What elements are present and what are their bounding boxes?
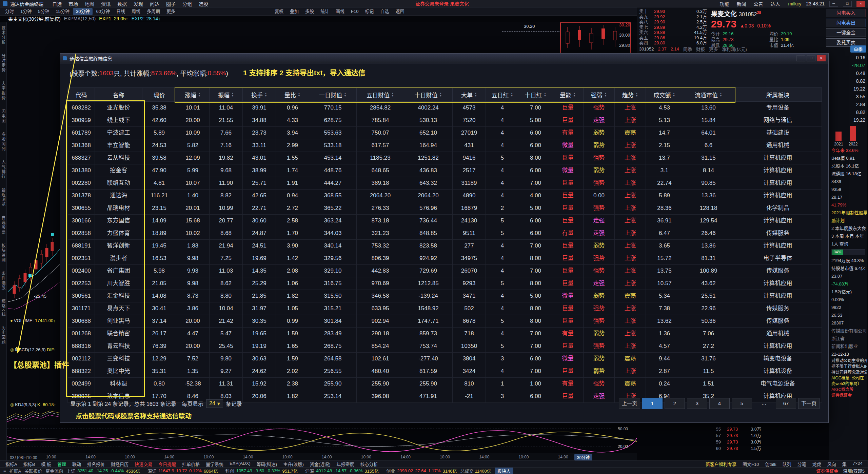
stock-code-cell[interactable]: 301380 <box>68 164 95 177</box>
stock-name-cell[interactable]: 力盛体育 <box>95 227 142 240</box>
dialog-minimize-button[interactable]: ─ <box>796 55 805 61</box>
page-button-5[interactable]: 5 <box>732 398 752 409</box>
stock-code-cell[interactable]: 002400 <box>68 265 95 277</box>
stock-code-cell[interactable]: 601789 <box>68 127 95 139</box>
闪电卖出-button[interactable]: 闪电卖出 <box>826 19 866 27</box>
tab-指标A[interactable]: 指标A <box>3 461 20 467</box>
column-header-十日财值[interactable]: 十日财值▲▼ <box>404 88 453 102</box>
stock-name-cell[interactable]: 易点天下 <box>95 302 142 315</box>
stock-code-cell[interactable]: 301171 <box>68 302 95 315</box>
sort-icon[interactable]: ▲▼ <box>573 92 576 97</box>
tool-返回[interactable]: 返回 <box>392 8 407 15</box>
quarter-button[interactable]: 单季 <box>850 45 866 53</box>
sort-icon[interactable]: ▲▼ <box>673 92 675 97</box>
tab-创talk[interactable]: 创talk <box>762 461 779 467</box>
status-扩展A[interactable]: 扩展A <box>9 468 21 474</box>
dialog-maximize-button[interactable]: □ <box>807 55 815 61</box>
sidebar-item-历史回顾[interactable]: 历史回顾 <box>0 325 6 344</box>
stock-name-cell[interactable]: 科林退 <box>95 378 142 390</box>
tool-多股[interactable]: 多股 <box>302 8 317 15</box>
sidebar-item-技术分析[interactable]: 技术分析 <box>0 26 6 45</box>
period-5分钟[interactable]: 5分钟 <box>35 8 52 15</box>
column-header-量能[interactable]: 量能▲▼ <box>552 88 584 102</box>
sort-icon[interactable]: ▲▼ <box>635 92 638 97</box>
period-1分钟[interactable]: 1分钟 <box>17 8 35 15</box>
menu-item-数据[interactable]: 数据 <box>114 0 130 7</box>
sidebar-item-闪电图[interactable]: 闪电图 <box>0 109 6 123</box>
stock-name-cell[interactable]: 亚光股份 <box>95 102 142 114</box>
period-多周期[interactable]: 多周期 <box>144 8 163 15</box>
sort-icon[interactable]: ▲▼ <box>474 92 477 97</box>
tool-复权[interactable]: 复权 <box>272 8 287 15</box>
menu-item-发现[interactable]: 发现 <box>130 0 146 7</box>
menu-item-新闻[interactable]: 新闻 <box>733 0 750 7</box>
sidebar-item-分时走势[interactable]: 分时走势 <box>0 54 6 73</box>
stock-name-cell[interactable]: 川大智胜 <box>95 277 142 290</box>
tool-画线[interactable]: 画线 <box>333 8 348 15</box>
stock-code-cell[interactable]: 688327 <box>68 152 95 164</box>
stock-code-cell[interactable]: 688191 <box>68 240 95 252</box>
minimize-button[interactable]: ─ <box>829 1 838 7</box>
stock-name-cell[interactable]: 通达海 <box>95 190 142 202</box>
tab-核心分析[interactable]: 核心分析 <box>358 461 381 467</box>
stock-name-cell[interactable]: 晶瑞电材 <box>95 202 142 215</box>
page-button-2[interactable]: 2 <box>665 398 685 409</box>
menu-item-功能[interactable]: 功能 <box>716 0 733 7</box>
stock-name-cell[interactable]: 联络互动 <box>95 177 142 190</box>
dialog-titlebar[interactable]: 通达信金融终端信息 ─ □ × <box>60 54 828 63</box>
index-创业[interactable]: 创业2398.0227.641.17%3146亿 <box>386 468 457 474</box>
sidebar-item-缩略K线[interactable]: 缩略K线 <box>0 299 6 317</box>
finance-tab-财报[interactable]: 财报 <box>696 46 705 52</box>
menu-item-地图[interactable]: 地图 <box>81 0 98 7</box>
tab-龙虎[interactable]: 龙虎 <box>810 461 824 467</box>
stock-code-cell[interactable]: 002858 <box>68 227 95 240</box>
menu-item-选股[interactable]: 选股 <box>195 0 212 7</box>
stock-name-cell[interactable]: 创业黑马 <box>95 315 142 328</box>
column-header-振幅[interactable]: 振幅▲▼ <box>210 88 243 102</box>
close-button[interactable]: × <box>856 1 865 7</box>
period-分时[interactable]: 分时 <box>2 8 17 15</box>
column-header-十日红[interactable]: 十日红▲▼ <box>519 88 552 102</box>
sort-icon[interactable]: ▲▼ <box>344 92 347 97</box>
sidebar-item-最近浏览[interactable]: 最近浏览 <box>0 188 6 207</box>
sidebar-item-多股同列[interactable]: 多股同列 <box>0 132 6 151</box>
menu-item-分组[interactable]: 分组 <box>179 0 195 7</box>
stock-name-cell[interactable]: 汇金科技 <box>95 290 142 302</box>
column-header-大单[interactable]: 大单▲▼ <box>453 88 486 102</box>
sidebar-item-人气排行[interactable]: 人气排行 <box>0 160 6 179</box>
tool-叠加[interactable]: 叠加 <box>287 8 302 15</box>
stock-code-cell[interactable]: 603282 <box>68 102 95 114</box>
stock-code-cell[interactable]: 002280 <box>68 177 95 190</box>
sort-icon[interactable]: ▲▼ <box>391 92 394 97</box>
stock-name-cell[interactable]: 丰立智能 <box>95 139 142 152</box>
tab-风向[interactable]: 风向 <box>825 461 839 467</box>
stock-name-cell[interactable]: 联合精密 <box>95 328 142 340</box>
page-button-…[interactable]: … <box>754 398 774 408</box>
page-button-3[interactable]: 3 <box>687 398 707 409</box>
page-button-4[interactable]: 4 <box>709 398 730 409</box>
stock-name-cell[interactable]: 奥比中光 <box>95 365 142 378</box>
column-header-流通市值[interactable]: 流通市值▲▼ <box>683 88 734 102</box>
stock-name-cell[interactable]: 省广集团 <box>95 265 142 277</box>
tab-模 板[interactable]: 模 板 <box>38 461 54 467</box>
stock-name-cell[interactable]: 线上线下 <box>95 114 142 127</box>
column-header-五日财值[interactable]: 五日财值▲▼ <box>357 88 404 102</box>
stock-code-cell[interactable]: 301368 <box>68 139 95 152</box>
stock-code-cell[interactable]: 688316 <box>68 340 95 353</box>
menu-item-资讯[interactable]: 资讯 <box>98 0 114 7</box>
stock-code-cell[interactable]: 301378 <box>68 190 95 202</box>
status-关联报价[interactable]: 关联报价 <box>24 468 42 474</box>
stock-name-cell[interactable]: 三变科技 <box>95 353 142 365</box>
stock-code-cell[interactable]: 300959 <box>68 114 95 127</box>
tab-年报密度[interactable]: 年报密度 <box>334 461 357 467</box>
sort-icon[interactable]: ▲▼ <box>604 92 607 97</box>
tab-联动[interactable]: 联动 <box>70 461 84 467</box>
sort-icon[interactable]: ▲▼ <box>298 92 300 97</box>
column-header-成交额[interactable]: 成交额▲▼ <box>646 88 683 102</box>
tab-挂单价格[interactable]: 挂单价格 <box>179 461 202 467</box>
tab-管理[interactable]: 管理 <box>55 461 69 467</box>
page-button-上一页[interactable]: 上一页 <box>619 398 640 409</box>
tool-统计[interactable]: 统计 <box>317 8 332 15</box>
period-30分钟[interactable]: 30分钟 <box>73 8 93 15</box>
sidebar-item-板块监测[interactable]: 板块监测 <box>0 243 6 262</box>
